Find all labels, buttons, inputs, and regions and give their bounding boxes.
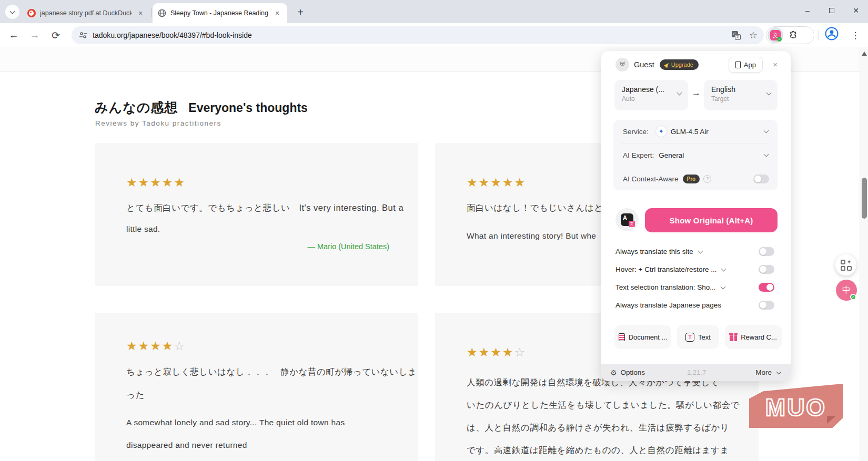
star-rating: ★★★★★: [467, 176, 526, 190]
translate-wen: 文: [735, 34, 741, 40]
google-translate-icon[interactable]: G 文: [732, 31, 741, 40]
help-icon[interactable]: ?: [703, 175, 711, 183]
ai-context-aware-toggle[interactable]: [753, 175, 769, 183]
toggle-row-hover-translate: Hover: + Ctrl translate/restore ...: [615, 263, 776, 275]
tab-duckduckgo[interactable]: japanese story pdf at DuckDuckGo ×: [22, 4, 150, 22]
extensions-puzzle-icon[interactable]: [789, 30, 799, 40]
chevron-down-icon[interactable]: [721, 267, 726, 272]
ai-expert-value: General: [659, 151, 684, 159]
ai-expert-row[interactable]: AI Expert: General: [623, 144, 770, 167]
tab-sleepy-town[interactable]: Sleepy Town - Japanese Reading P ×: [153, 3, 287, 23]
page-title-english: Everyone's thoughts: [188, 101, 308, 115]
document-translate-button[interactable]: Document ...: [614, 325, 671, 349]
url-text[interactable]: tadoku.org/japanese/book/48397/#bd-look-…: [93, 31, 252, 39]
ai-expert-label: AI Expert:: [623, 151, 654, 159]
review-text: disappeared and never returned: [126, 440, 247, 450]
pro-badge: Pro: [683, 175, 700, 183]
source-language-selector[interactable]: Japanese (... Auto: [614, 80, 688, 110]
site-settings-icon[interactable]: [79, 31, 87, 39]
more-button[interactable]: More: [755, 368, 772, 376]
page-scrollbar[interactable]: [860, 47, 868, 461]
chevron-down-icon: [677, 90, 682, 96]
muo-watermark-fold: [827, 416, 835, 424]
service-row[interactable]: Service: ✦ GLM-4.5 Air: [623, 120, 770, 143]
review-text: What an interesting story! But whe: [467, 231, 596, 241]
glm-service-icon: ✦: [656, 126, 667, 137]
tab-search-button[interactable]: [5, 5, 19, 19]
widget-panel-button[interactable]: ✦: [835, 254, 856, 275]
review-text: A somewhat lonely and sad story... The q…: [126, 418, 345, 427]
reload-button[interactable]: ⟳: [48, 28, 63, 43]
review-text: いたのんびりとした生活をも壊してしまいました。騒がしい都会で: [467, 399, 740, 411]
review-text: とても面白いです。でもちょっと悲しい It's very interesting…: [126, 202, 403, 214]
translate-float-button[interactable]: 中 ✓: [836, 280, 857, 301]
toggle-switch[interactable]: [759, 247, 774, 256]
review-attribution: — Mario (United States): [307, 242, 389, 251]
toggle-label: Always translate this site: [615, 248, 693, 255]
text-translate-button[interactable]: TText: [677, 325, 719, 349]
popup-close-icon[interactable]: ×: [773, 60, 778, 69]
review-text: ちょっと寂しく悲しいはなし．．． 静かな昔の町が帰っていないしま: [126, 366, 417, 378]
immersive-translate-extension-button[interactable]: 文✓: [768, 27, 783, 43]
globe-favicon: [158, 9, 166, 17]
chevron-down-icon[interactable]: [720, 284, 725, 290]
target-language-selector[interactable]: English Target: [704, 80, 778, 110]
toggle-switch[interactable]: [759, 283, 774, 292]
review-card: ★★★★☆ ちょっと寂しく悲しいはなし．．． 静かな昔の町が帰っていないしま っ…: [95, 313, 418, 461]
text-icon: T: [685, 333, 694, 342]
tab-title: Sleepy Town - Japanese Reading P: [170, 9, 268, 17]
window-maximize-button[interactable]: [820, 0, 844, 21]
ai-context-aware-label: AI Context-Aware: [623, 175, 679, 183]
gift-icon: [730, 335, 737, 341]
arrow-right-icon: →: [692, 88, 701, 98]
address-bar[interactable]: tadoku.org/japanese/book/48397/#bd-look-…: [72, 26, 764, 44]
rocket-icon: [664, 62, 670, 68]
tab-close-icon[interactable]: ×: [136, 8, 145, 18]
gear-icon: ⚙: [610, 368, 617, 377]
browser-menu-button[interactable]: ⋮: [848, 28, 863, 43]
show-original-button[interactable]: Show Original (Alt+A): [645, 208, 778, 232]
service-value: GLM-4.5 Air: [671, 128, 709, 136]
chevron-down-icon[interactable]: [698, 249, 703, 254]
back-button[interactable]: ←: [6, 28, 21, 43]
options-button[interactable]: Options: [621, 368, 645, 376]
star-rating: ★★★★★: [126, 176, 186, 190]
scrollbar-up-arrow[interactable]: [862, 52, 867, 56]
upgrade-button[interactable]: Upgrade: [660, 59, 699, 70]
browser-toolbar: ← → ⟳ tadoku.org/japanese/book/48397/#bd…: [0, 23, 868, 47]
new-tab-button[interactable]: +: [294, 5, 307, 19]
toggle-label: Always translate Japanese pages: [615, 301, 721, 309]
scrollbar-thumb[interactable]: [862, 178, 867, 219]
toolbar-separator: [819, 30, 819, 40]
grid-sparkle-icon: ✦: [841, 260, 852, 271]
review-text: です。高速鉄道は距離を縮めたものの、人と自然の距離はますま: [467, 445, 729, 456]
toggle-switch[interactable]: [759, 265, 774, 274]
app-button[interactable]: App: [729, 57, 763, 73]
target-language-mode: Target: [711, 95, 770, 103]
forward-button[interactable]: →: [27, 28, 42, 43]
review-text: 面白いはなし！でもじいさんはどこ: [467, 202, 612, 214]
ai-context-aware-row: AI Context-Aware Pro ?: [623, 167, 770, 190]
chevron-down-icon: [764, 152, 769, 157]
toggle-switch[interactable]: [759, 301, 774, 310]
page-title: みんなの感想 Everyone's thoughts: [95, 99, 308, 116]
profile-avatar[interactable]: [825, 27, 839, 40]
chevron-down-icon: [764, 128, 769, 134]
page-title-japanese: みんなの感想: [95, 99, 178, 116]
window-minimize-button[interactable]: –: [795, 0, 820, 21]
guest-avatar: [615, 58, 629, 71]
extensions-pill: 文✓: [766, 26, 814, 44]
page-subtitle: Reviews by Tadoku practitioners: [95, 119, 221, 127]
toggle-label: Text selection translation: Sho...: [615, 283, 716, 291]
phone-icon: [735, 61, 741, 68]
chevron-down-icon: [776, 369, 782, 374]
maximize-icon: [829, 8, 834, 13]
popup-footer: ⚙ Options 1.21.7 More: [601, 364, 791, 381]
target-language-value: English: [711, 85, 770, 94]
tab-title: japanese story pdf at DuckDuckGo: [40, 9, 132, 17]
tab-close-icon[interactable]: ×: [272, 8, 282, 18]
reward-center-button[interactable]: Reward C...: [725, 325, 782, 349]
bookmark-star-icon[interactable]: ☆: [749, 29, 758, 41]
user-name: Guest: [634, 60, 654, 69]
window-close-button[interactable]: ✕: [844, 0, 868, 21]
